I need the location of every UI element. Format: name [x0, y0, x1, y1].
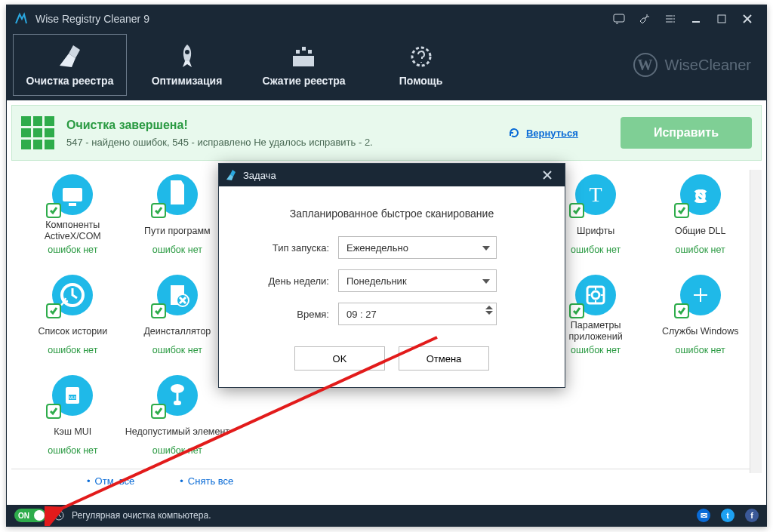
mail-icon[interactable]: ✉	[697, 509, 710, 522]
svg-rect-11	[63, 188, 82, 201]
category-status: ошибок нет	[676, 345, 725, 355]
category-item[interactable]: Недопустимый элементошибок нет	[125, 375, 230, 456]
svg-rect-22	[701, 288, 707, 294]
category-item[interactable]: MUIКэш MUIошибок нет	[20, 375, 125, 456]
svg-rect-21	[694, 288, 700, 294]
category-status: ошибок нет	[48, 345, 97, 355]
dialog-heading: Запланированное быстрое сканирование	[239, 208, 545, 220]
day-label: День недели:	[239, 275, 338, 287]
app-logo-icon	[13, 11, 29, 27]
check-icon[interactable]	[569, 203, 584, 218]
check-icon[interactable]	[569, 303, 584, 318]
category-icon	[52, 275, 93, 315]
tab-optimization[interactable]: Оптимизация	[128, 32, 245, 97]
status-panel: Очистка завершена! 547 - найдено ошибок,…	[11, 105, 762, 161]
category-icon	[157, 275, 198, 315]
category-status: ошибок нет	[48, 244, 97, 255]
task-dialog: Задача Запланированное быстрое сканирова…	[218, 163, 565, 388]
fix-button[interactable]: Исправить	[621, 117, 752, 149]
category-item[interactable]: Компоненты ActiveX/COMошибок нет	[20, 174, 125, 255]
svg-point-5	[185, 50, 189, 54]
category-icon	[157, 375, 198, 416]
brand: W WiseCleaner	[633, 32, 762, 97]
category-status: ошибок нет	[571, 244, 621, 255]
close-icon[interactable]	[735, 5, 760, 32]
ok-button[interactable]: OK	[294, 346, 385, 371]
svg-rect-2	[718, 15, 725, 23]
tools-icon[interactable]	[632, 5, 658, 32]
check-icon[interactable]	[674, 203, 689, 218]
return-label: Вернуться	[526, 128, 578, 139]
uncheck-all-link[interactable]: •Снять все	[180, 475, 233, 487]
scrollbar[interactable]	[750, 170, 762, 473]
category-icon	[680, 174, 721, 215]
category-name: Компоненты ActiveX/COM	[20, 220, 125, 242]
dialog-close-button[interactable]	[536, 164, 559, 186]
return-link[interactable]: Вернуться	[508, 127, 578, 139]
category-item[interactable]: Пути программошибок нет	[125, 174, 230, 255]
category-status: ошибок нет	[152, 244, 202, 255]
status-grid-icon	[21, 116, 54, 149]
check-all-link[interactable]: •Отм. все	[87, 475, 134, 487]
check-icon[interactable]	[151, 404, 166, 419]
category-item[interactable]: Деинсталляторошибок нет	[125, 275, 230, 355]
twitter-icon[interactable]: t	[721, 509, 735, 522]
maximize-icon[interactable]	[709, 5, 735, 32]
svg-rect-9	[308, 50, 312, 54]
tab-compress[interactable]: Сжатие реестра	[245, 32, 362, 97]
cancel-button[interactable]: Отмена	[399, 346, 489, 371]
category-status: ошибок нет	[152, 345, 202, 355]
compress-icon	[291, 43, 317, 70]
check-icon[interactable]	[46, 303, 61, 318]
type-select[interactable]: Еженедельно	[338, 236, 497, 259]
category-name: Пути программ	[144, 220, 211, 242]
tab-registry-clean[interactable]: Очистка реестра	[11, 32, 128, 97]
svg-rect-0	[614, 14, 624, 22]
category-name: Шрифты	[577, 220, 614, 242]
category-status: ошибок нет	[676, 244, 725, 255]
dialog-title: Задача	[243, 170, 276, 181]
footer-links: •Отм. все •Снять все	[11, 469, 762, 491]
svg-point-19	[592, 291, 599, 299]
category-icon	[680, 275, 721, 315]
check-icon[interactable]	[46, 404, 61, 419]
status-subtitle: 547 - найдено ошибок, 545 - исправлено Н…	[66, 137, 496, 148]
time-label: Время:	[239, 309, 338, 320]
category-item[interactable]: Общие DLLошибок нет	[648, 174, 753, 255]
category-item[interactable]: Службы Windowsошибок нет	[648, 275, 753, 355]
svg-rect-24	[701, 296, 707, 302]
feedback-icon[interactable]	[606, 5, 632, 32]
tab-label: Помощь	[399, 75, 443, 87]
facebook-icon[interactable]: f	[745, 509, 759, 522]
category-name: Недопустимый элемент	[125, 420, 229, 443]
help-gear-icon	[408, 43, 434, 70]
check-icon[interactable]	[151, 203, 166, 218]
svg-rect-8	[302, 47, 306, 51]
svg-rect-23	[694, 296, 700, 302]
category-item[interactable]: Список историиошибок нет	[20, 275, 125, 355]
category-icon: T	[575, 174, 616, 215]
tab-label: Оптимизация	[152, 75, 223, 87]
category-icon: MUI	[52, 375, 93, 416]
clock-icon	[54, 510, 64, 521]
window-title: Wise Registry Cleaner 9	[35, 13, 149, 25]
settings-icon[interactable]	[658, 5, 683, 32]
refresh-icon	[508, 127, 520, 139]
time-input[interactable]: 09 : 27	[338, 303, 497, 325]
tab-help[interactable]: Помощь	[362, 32, 479, 97]
svg-rect-12	[69, 203, 76, 206]
check-icon[interactable]	[151, 303, 166, 318]
status-title: Очистка завершена!	[66, 118, 496, 132]
day-select[interactable]: Понедельник	[338, 269, 497, 292]
category-name: Службы Windows	[662, 320, 739, 343]
schedule-toggle[interactable]: ON	[14, 509, 46, 522]
check-icon[interactable]	[46, 203, 61, 218]
category-icon	[575, 275, 616, 315]
type-label: Тип запуска:	[239, 242, 338, 254]
check-icon[interactable]	[674, 303, 689, 318]
category-status: ошибок нет	[152, 445, 202, 456]
tab-label: Очистка реестра	[26, 75, 114, 87]
category-name: Список истории	[38, 320, 107, 343]
category-icon	[157, 174, 198, 215]
minimize-icon[interactable]	[683, 5, 709, 32]
